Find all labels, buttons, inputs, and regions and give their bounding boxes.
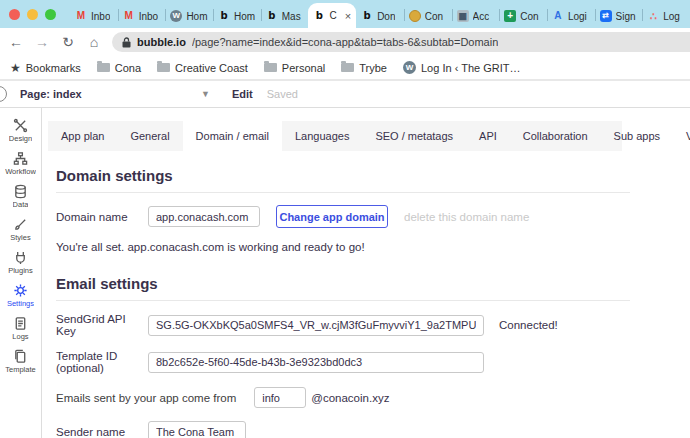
sidebar-item-workflow[interactable]: Workflow (0, 147, 41, 180)
email-from-row: Emails sent by your app come from @conac… (56, 387, 690, 408)
tab-app-plan[interactable]: App plan (48, 121, 117, 151)
template-id-row: Template ID (optional) (56, 350, 690, 374)
saved-status: Saved (267, 88, 298, 100)
bookmark-folder[interactable]: Personal (264, 62, 325, 74)
browser-tab[interactable]: M Inbo (118, 4, 166, 28)
bubble-icon: b (266, 10, 278, 22)
sidebar-item-design[interactable]: Design (0, 114, 41, 147)
browser-tab-active[interactable]: b C × (308, 3, 356, 28)
wordpress-icon: W (170, 10, 182, 22)
browser-tab[interactable]: b Don (356, 4, 404, 28)
divider (56, 300, 630, 301)
template-id-input[interactable] (148, 352, 484, 373)
browser-tab[interactable]: Con (404, 4, 452, 28)
browser-tab[interactable]: M Inbo (70, 4, 118, 28)
url-host: bubble.io (137, 36, 186, 48)
sidebar-item-plugins[interactable]: Plugins (0, 246, 41, 279)
minimize-window-button[interactable] (27, 9, 38, 20)
chevron-down-icon: ▼ (201, 89, 210, 99)
gmail-icon: M (123, 10, 135, 22)
tab-label: Hom (234, 11, 255, 22)
sidebar-item-label: Data (13, 200, 29, 209)
tab-label: Sign (616, 11, 636, 22)
three-dots-icon: ∴ (647, 10, 659, 22)
browser-tab[interactable]: A Logi (547, 4, 595, 28)
folder-icon (264, 63, 277, 72)
bookmark-folder[interactable]: Cona (97, 62, 141, 74)
tab-sub-apps[interactable]: Sub apps (601, 121, 673, 151)
bookmarks-root[interactable]: ★ Bookmarks (10, 61, 81, 75)
email-settings-heading: Email settings (56, 275, 690, 292)
tab-api[interactable]: API (466, 121, 510, 151)
tab-domain-email[interactable]: Domain / email (183, 121, 282, 151)
calculator-icon: ▦ (457, 10, 469, 22)
sidebar-item-label: Styles (10, 233, 30, 242)
gear-icon (13, 283, 28, 298)
sidebar-item-label: Workflow (5, 167, 36, 176)
reload-icon[interactable]: ↻ (60, 34, 76, 50)
plug-icon (13, 250, 28, 265)
folder-icon (341, 63, 354, 72)
bubble-icon: b (361, 10, 373, 22)
domain-name-input[interactable] (148, 206, 260, 227)
tab-general[interactable]: General (117, 121, 182, 151)
plus-cross-icon: + (504, 10, 516, 22)
edit-button[interactable]: Edit (232, 88, 253, 100)
tab-label: Logi (568, 11, 587, 22)
url-path: /page?name=index&id=cona-app&tab=tabs-6&… (192, 36, 498, 48)
browser-tab[interactable]: + Con (499, 4, 547, 28)
close-tab-icon[interactable]: × (345, 10, 351, 22)
home-icon[interactable]: ⌂ (86, 34, 102, 50)
sidebar-item-logs[interactable]: Logs (0, 312, 41, 345)
bookmark-folder[interactable]: Trybe (341, 62, 387, 74)
browser-tabs: M Inbo M Inbo W Hom b Hom b Mas b C × b … (70, 0, 690, 28)
maximize-window-button[interactable] (45, 9, 56, 20)
close-window-button[interactable] (9, 9, 20, 20)
back-icon[interactable]: ← (8, 34, 24, 50)
paintbrush-icon (13, 217, 28, 232)
settings-tab-bar: App plan General Domain / email Language… (48, 121, 622, 151)
browser-tab[interactable]: ∴ Log (642, 4, 690, 28)
email-from-label: Emails sent by your app come from (56, 392, 236, 404)
page-selector[interactable]: Page: index ▼ (20, 88, 210, 100)
browser-tab[interactable]: W Hom (165, 4, 213, 28)
forward-icon[interactable]: → (34, 34, 50, 50)
tab-seo-metatags[interactable]: SEO / metatags (362, 121, 466, 151)
sidebar-item-template[interactable]: Template (0, 345, 41, 378)
coin-icon (409, 10, 421, 22)
browser-tab[interactable]: b Mas (261, 4, 309, 28)
page-selector-label: Page: index (20, 88, 82, 100)
email-from-domain: @conacoin.xyz (311, 392, 389, 404)
window-controls (0, 0, 70, 28)
browser-tab[interactable]: ▦ Acc (452, 4, 500, 28)
tab-label: Inbo (139, 11, 158, 22)
sendgrid-api-key-input[interactable] (148, 315, 484, 336)
domain-name-row: Domain name Change app domain delete thi… (56, 205, 690, 228)
sidebar-item-data[interactable]: Data (0, 180, 41, 213)
bookmark-folder[interactable]: Creative Coast (157, 62, 248, 74)
sidebar-item-styles[interactable]: Styles (0, 213, 41, 246)
folder-icon (97, 63, 110, 72)
tab-languages[interactable]: Languages (282, 121, 362, 151)
tab-label: Hom (186, 11, 207, 22)
connected-status: Connected! (499, 319, 558, 331)
sidebar-item-label: Logs (12, 332, 28, 341)
editor-header: Page: index ▼ Edit Saved (0, 81, 690, 108)
email-from-input[interactable] (254, 387, 306, 408)
sender-name-input[interactable] (148, 421, 246, 438)
browser-tab[interactable]: ⇄ Sign (595, 4, 643, 28)
delete-domain-link[interactable]: delete this domain name (404, 211, 529, 223)
design-tools-icon (13, 118, 28, 133)
bookmark-label: Personal (282, 62, 325, 74)
bookmark-wordpress[interactable]: W Log In ‹ The GRIT… (403, 61, 520, 74)
bookmark-label: Creative Coast (175, 62, 248, 74)
sidebar-item-settings[interactable]: Settings (0, 279, 41, 312)
url-field[interactable]: bubble.io/page?name=index&id=cona-app&ta… (112, 32, 690, 52)
tab-versions[interactable]: Versions (673, 121, 690, 151)
tab-collaboration[interactable]: Collaboration (510, 121, 601, 151)
template-id-label: Template ID (optional) (56, 350, 148, 374)
change-app-domain-button[interactable]: Change app domain (276, 205, 388, 228)
sender-name-row: Sender name (56, 421, 690, 438)
bookmark-label: Bookmarks (26, 62, 81, 74)
browser-tab[interactable]: b Hom (213, 4, 261, 28)
